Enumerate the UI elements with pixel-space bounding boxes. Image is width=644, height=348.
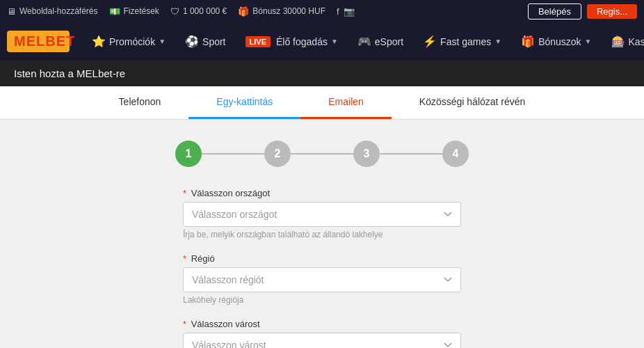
nav-item-promoiok[interactable]: ⭐ Promóciók ▼	[83, 31, 174, 52]
nav-label-sport: Sport	[202, 36, 225, 47]
nav-label-elo: Élő fogadás	[276, 36, 328, 47]
top-bar: 🖥 Weboldal-hozzáférés 💵 Fizetések 🛡 1 00…	[0, 0, 644, 22]
shield-icon: 🛡	[170, 6, 179, 17]
nav-item-kaszino[interactable]: 🎰 Kaszinó ▼	[603, 31, 644, 52]
live-badge: LIVE	[245, 36, 271, 47]
nav-label-fastgames: Fast games	[440, 36, 491, 47]
country-required-star: *	[183, 188, 186, 198]
country-group: * Válasszon országot Válasszon országot …	[183, 188, 461, 239]
bonus2-label: Bónusz 30000 HUF	[252, 6, 325, 16]
dollar-icon: 💵	[109, 6, 120, 17]
step-2: 2	[264, 141, 291, 167]
chevron-fastgames: ▼	[494, 38, 501, 45]
country-label: * Válasszon országot	[183, 188, 461, 198]
nav-label-promoiok: Promóciók	[109, 36, 155, 47]
register-button[interactable]: Regis...	[587, 4, 637, 19]
weboldal-item: 🖥 Weboldal-hozzáférés	[7, 6, 98, 17]
country-select[interactable]: Válasszon országot	[183, 202, 461, 227]
slots-icon: 🎰	[611, 35, 625, 48]
fizetes-label: Fizetések	[124, 6, 159, 16]
star-icon: ⭐	[92, 35, 106, 48]
steps-container: 1 2 3 4	[14, 141, 630, 167]
gift-icon-nav: 🎁	[521, 35, 535, 48]
step-line-2	[291, 153, 353, 155]
main-nav: ⭐ Promóciók ▼ ⚽ Sport LIVE Élő fogadás ▼…	[83, 31, 644, 52]
region-label: * Régió	[183, 253, 461, 264]
region-required-star: *	[183, 253, 186, 264]
chevron-elo: ▼	[331, 38, 338, 45]
city-select[interactable]: Válasszon várost	[183, 333, 461, 348]
welcome-bar: Isten hozta a MELbet-re	[0, 61, 644, 86]
tab-emailen[interactable]: Emailen	[300, 86, 392, 119]
top-bar-left: 🖥 Weboldal-hozzáférés 💵 Fizetések 🛡 1 00…	[7, 6, 355, 17]
main-content: 1 2 3 4 * Válasszon országot Válasszon o…	[0, 120, 644, 348]
nav-item-elo[interactable]: LIVE Élő fogadás ▼	[237, 32, 346, 52]
top-bar-right: Belépés Regis...	[528, 3, 637, 19]
gift-icon-topbar: 🎁	[238, 6, 249, 17]
bonus1-label: 1 000 000 €	[183, 6, 227, 16]
step-line-3	[380, 153, 442, 155]
tab-kozossegi[interactable]: Közösségi hálózat révén	[392, 86, 554, 119]
nav-item-sport[interactable]: ⚽ Sport	[177, 31, 234, 52]
chevron-promoiok: ▼	[159, 38, 166, 45]
country-hint: Írja be, melyik országban található az á…	[183, 230, 461, 239]
soccer-icon: ⚽	[185, 35, 199, 48]
bonus1-item: 🛡 1 000 000 €	[170, 6, 227, 17]
nav-label-kaszino: Kaszinó	[629, 36, 644, 47]
header: MELBET ⭐ Promóciók ▼ ⚽ Sport LIVE Élő fo…	[0, 22, 644, 61]
chevron-bonuszok: ▼	[585, 38, 592, 45]
instagram-icon[interactable]: 📷	[344, 6, 355, 17]
monitor-icon: 🖥	[7, 6, 16, 17]
step-4: 4	[442, 141, 469, 167]
lightning-icon: ⚡	[423, 35, 437, 48]
nav-item-bonuszok[interactable]: 🎁 Bónuszok ▼	[513, 31, 599, 52]
nav-label-bonuszok: Bónuszok	[538, 36, 581, 47]
login-button[interactable]: Belépés	[528, 3, 581, 19]
region-select[interactable]: Válasszon régiót	[183, 267, 461, 292]
nav-item-esport[interactable]: 🎮 eSport	[349, 31, 412, 52]
bonus2-item: 🎁 Bónusz 30000 HUF	[238, 6, 325, 17]
tab-egy-kattintas[interactable]: Egy-kattintás	[188, 86, 300, 119]
city-required-star: *	[183, 319, 186, 329]
tabs-container: Telefonon Egy-kattintás Emailen Közösség…	[0, 86, 644, 120]
weboldal-label: Weboldal-hozzáférés	[19, 6, 98, 16]
logo-text: MEL	[14, 33, 45, 49]
tab-telefonon[interactable]: Telefonon	[91, 86, 189, 119]
nav-item-fastgames[interactable]: ⚡ Fast games ▼	[414, 31, 510, 52]
facebook-icon[interactable]: f	[337, 6, 339, 17]
step-1: 1	[175, 141, 202, 167]
form-container: * Válasszon országot Válasszon országot …	[183, 188, 461, 348]
fizetes-item: 💵 Fizetések	[109, 6, 159, 17]
logo[interactable]: MELBET	[7, 31, 70, 52]
welcome-text: Isten hozta a MELbet-re	[14, 68, 125, 79]
gamepad-icon: 🎮	[357, 35, 371, 48]
nav-label-esport: eSport	[375, 36, 403, 47]
region-group: * Régió Válasszon régiót Lakóhely régiój…	[183, 253, 461, 305]
social-icons: f 📷	[337, 6, 355, 17]
city-label: * Válasszon várost	[183, 319, 461, 329]
step-line-1	[202, 153, 264, 155]
region-hint: Lakóhely régiója	[183, 295, 461, 305]
logo-accent: BET	[45, 33, 75, 49]
city-group: * Válasszon várost Válasszon várost Lakó…	[183, 319, 461, 348]
step-3: 3	[353, 141, 380, 167]
